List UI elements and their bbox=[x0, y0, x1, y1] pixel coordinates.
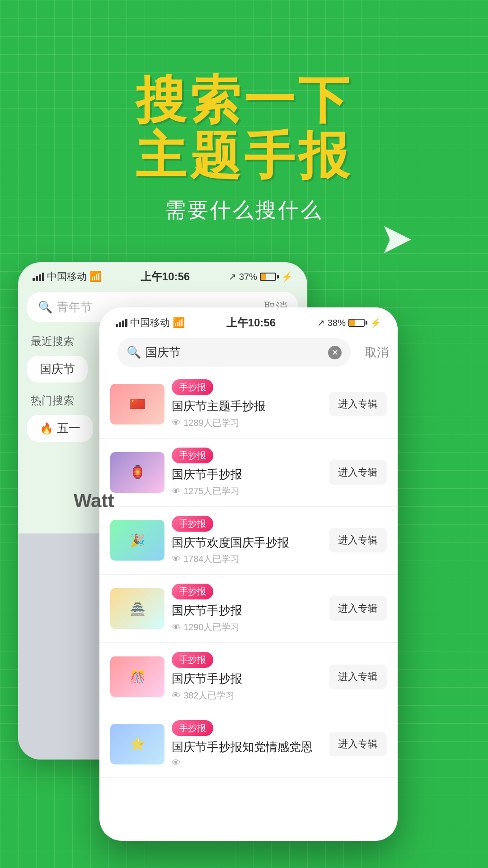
result-thumb-3: 🎉 bbox=[110, 520, 164, 561]
tag-guoqingjie[interactable]: 国庆节 bbox=[27, 356, 88, 382]
battery-icon-back bbox=[260, 273, 279, 281]
enter-btn-1[interactable]: 进入专辑 bbox=[329, 392, 387, 416]
tag-badge-5: 手抄报 bbox=[172, 652, 213, 668]
status-bar-front: 中国移动 📶 上午10:56 ↗ 38% ⚡ bbox=[99, 307, 398, 335]
hero-subtitle: 需要什么搜什么 bbox=[0, 196, 488, 224]
enter-btn-2[interactable]: 进入专辑 bbox=[329, 460, 387, 485]
battery-pct-front: 38% bbox=[328, 318, 346, 328]
result-content-3: 手抄报 国庆节欢度国庆手抄报 👁 1784人已学习 bbox=[172, 516, 322, 566]
fire-icon: 🔥 bbox=[40, 422, 53, 435]
search-bar-front[interactable]: 🔍 国庆节 ✕ bbox=[117, 338, 351, 367]
wifi-icon: 📶 bbox=[89, 271, 102, 283]
result-meta-4: 👁 1290人已学习 bbox=[172, 621, 322, 633]
result-meta-3: 👁 1784人已学习 bbox=[172, 553, 322, 565]
hero-section: 搜索一下 主题手报 需要什么搜什么 bbox=[0, 72, 488, 224]
eye-icon-5: 👁 bbox=[172, 690, 181, 701]
result-item-6[interactable]: ⭐ 手抄报 国庆节手抄报知党情感党恩 👁 进入专辑 bbox=[99, 711, 398, 778]
tag-wuyi[interactable]: 🔥 五一 bbox=[27, 415, 93, 442]
tag-badge-2: 手抄报 bbox=[172, 448, 213, 463]
location-icon: ↗ bbox=[229, 271, 236, 282]
cancel-btn-front[interactable]: 取消 bbox=[365, 344, 389, 360]
result-content-1: 手抄报 国庆节主题手抄报 👁 1289人已学习 bbox=[172, 379, 322, 429]
result-content-4: 手抄报 国庆节手抄报 👁 1290人已学习 bbox=[172, 584, 322, 633]
result-content-5: 手抄报 国庆节手抄报 👁 382人已学习 bbox=[172, 652, 322, 702]
result-meta-6: 👁 bbox=[172, 758, 322, 768]
hero-title-line1: 搜索一下 主题手报 bbox=[0, 72, 488, 184]
result-thumb-4: 🏯 bbox=[110, 588, 164, 629]
enter-btn-6[interactable]: 进入专辑 bbox=[329, 732, 387, 756]
result-meta-2: 👁 1275人已学习 bbox=[172, 485, 322, 497]
eye-icon-1: 👁 bbox=[172, 418, 181, 428]
enter-btn-5[interactable]: 进入专辑 bbox=[329, 665, 387, 689]
tag-badge-4: 手抄报 bbox=[172, 584, 213, 599]
result-thumb-5: 🎊 bbox=[110, 656, 164, 697]
search-icon-back: 🔍 bbox=[38, 300, 52, 314]
results-list: 🇨🇳 手抄报 国庆节主题手抄报 👁 1289人已学习 进入专辑 🏮 手抄报 国庆… bbox=[99, 370, 398, 841]
charge-icon-front: ⚡ bbox=[370, 317, 381, 328]
result-title-3: 国庆节欢度国庆手抄报 bbox=[172, 535, 322, 551]
result-thumb-2: 🏮 bbox=[110, 452, 164, 493]
eye-icon-2: 👁 bbox=[172, 486, 181, 496]
watt-label: Watt bbox=[74, 490, 114, 512]
result-item-5[interactable]: 🎊 手抄报 国庆节手抄报 👁 382人已学习 进入专辑 bbox=[99, 643, 398, 711]
result-content-6: 手抄报 国庆节手抄报知党情感党恩 👁 bbox=[172, 720, 322, 768]
signal-icon bbox=[33, 273, 44, 281]
result-title-6: 国庆节手抄报知党情感党恩 bbox=[172, 740, 322, 755]
result-title-1: 国庆节主题手抄报 bbox=[172, 399, 322, 414]
result-thumb-1: 🇨🇳 bbox=[110, 384, 164, 425]
tag-badge-6: 手抄报 bbox=[172, 720, 213, 736]
result-title-5: 国庆节手抄报 bbox=[172, 671, 322, 687]
enter-btn-3[interactable]: 进入专辑 bbox=[329, 528, 387, 552]
carrier-front: 中国移动 bbox=[130, 316, 170, 330]
location-icon-front: ↗ bbox=[317, 317, 325, 328]
time-back: 上午10:56 bbox=[141, 269, 190, 284]
eye-icon-3: 👁 bbox=[172, 554, 181, 564]
send-icon-wrapper bbox=[380, 222, 416, 259]
search-icon-front: 🔍 bbox=[127, 345, 141, 359]
battery-pct-back: 37% bbox=[239, 272, 257, 282]
result-item-2[interactable]: 🏮 手抄报 国庆节手抄报 👁 1275人已学习 进入专辑 bbox=[99, 439, 398, 507]
signal-icon-front bbox=[116, 319, 127, 327]
result-meta-1: 👁 1289人已学习 bbox=[172, 417, 322, 429]
charge-icon-back: ⚡ bbox=[282, 271, 293, 282]
result-title-2: 国庆节手抄报 bbox=[172, 467, 322, 482]
tag-badge-1: 手抄报 bbox=[172, 379, 213, 395]
result-title-4: 国庆节手抄报 bbox=[172, 603, 322, 618]
send-icon bbox=[380, 222, 416, 258]
wifi-icon-front: 📶 bbox=[173, 317, 185, 329]
result-meta-5: 👁 382人已学习 bbox=[172, 689, 322, 702]
eye-icon-4: 👁 bbox=[172, 622, 181, 632]
result-content-2: 手抄报 国庆节手抄报 👁 1275人已学习 bbox=[172, 448, 322, 497]
search-placeholder-back: 青年节 bbox=[57, 299, 92, 315]
tag-badge-3: 手抄报 bbox=[172, 516, 213, 532]
result-item-1[interactable]: 🇨🇳 手抄报 国庆节主题手抄报 👁 1289人已学习 进入专辑 bbox=[99, 370, 398, 439]
time-front: 上午10:56 bbox=[226, 316, 276, 330]
svg-marker-0 bbox=[384, 226, 411, 253]
phone-front: 中国移动 📶 上午10:56 ↗ 38% ⚡ 🔍 国庆节 ✕ 取消 🇨🇳 bbox=[99, 307, 398, 841]
battery-icon-front bbox=[348, 319, 367, 327]
eye-icon-6: 👁 bbox=[172, 758, 181, 768]
status-bar-back: 中国移动 📶 上午10:56 ↗ 37% ⚡ bbox=[18, 262, 307, 288]
carrier-back: 中国移动 bbox=[47, 270, 87, 283]
result-item-3[interactable]: 🎉 手抄报 国庆节欢度国庆手抄报 👁 1784人已学习 进入专辑 bbox=[99, 507, 398, 575]
search-value-front: 国庆节 bbox=[145, 344, 181, 360]
enter-btn-4[interactable]: 进入专辑 bbox=[329, 596, 387, 621]
result-thumb-6: ⭐ bbox=[110, 724, 164, 764]
clear-btn[interactable]: ✕ bbox=[328, 346, 342, 359]
result-item-4[interactable]: 🏯 手抄报 国庆节手抄报 👁 1290人已学习 进入专辑 bbox=[99, 575, 398, 643]
search-row-front[interactable]: 🔍 国庆节 ✕ 取消 bbox=[99, 335, 398, 370]
